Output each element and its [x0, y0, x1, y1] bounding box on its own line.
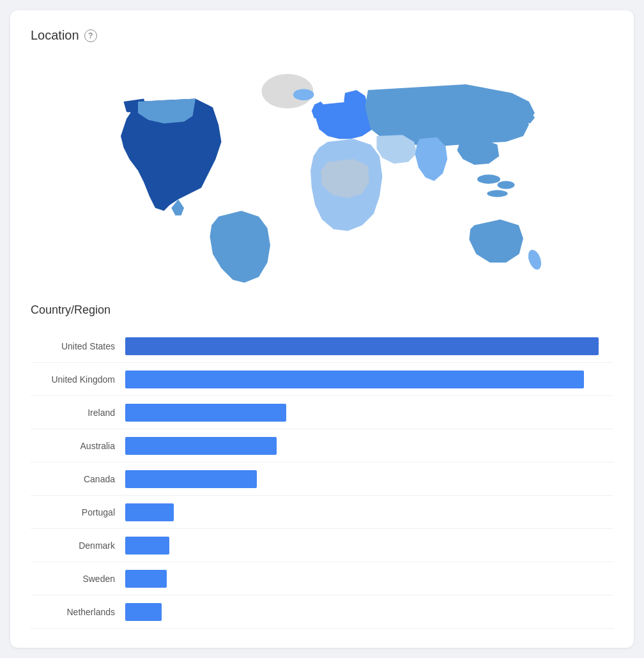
country-label: Denmark — [31, 540, 125, 551]
bar-canada — [125, 470, 257, 488]
table-row: United Kingdom — [31, 363, 613, 396]
country-label: Sweden — [31, 574, 125, 584]
bar-united-kingdom — [125, 371, 584, 388]
bar-australia — [125, 437, 277, 455]
svg-point-3 — [477, 174, 500, 183]
bar-area — [125, 330, 613, 362]
country-label: United States — [31, 341, 125, 351]
map-svg — [31, 56, 613, 286]
bar-sweden — [125, 570, 167, 588]
bar-area — [125, 429, 613, 462]
country-label: Canada — [31, 474, 125, 484]
table-row: Australia — [31, 429, 613, 463]
table-row: Canada — [31, 463, 613, 496]
table-row: Netherlands — [31, 595, 613, 629]
bar-chart: United States United Kingdom Ireland Aus… — [31, 330, 613, 629]
table-row: Denmark — [31, 529, 613, 562]
bar-area — [125, 562, 613, 595]
bar-area — [125, 463, 613, 495]
bar-area — [125, 595, 613, 628]
location-card: Location ? — [10, 10, 634, 648]
bar-portugal — [125, 503, 174, 521]
table-row: Sweden — [31, 562, 613, 595]
section-title-text: Location — [31, 28, 79, 43]
section-header: Location ? — [31, 28, 613, 43]
country-label: United Kingdom — [31, 374, 125, 385]
svg-point-5 — [487, 190, 507, 197]
bar-area — [125, 496, 613, 528]
bar-area — [125, 529, 613, 562]
bar-ireland — [125, 404, 286, 422]
svg-point-1 — [293, 89, 314, 100]
country-label: Australia — [31, 441, 125, 451]
table-row: United States — [31, 330, 613, 363]
country-label: Netherlands — [31, 607, 125, 617]
country-label: Ireland — [31, 408, 125, 418]
bar-united-states — [125, 337, 599, 355]
bar-area — [125, 363, 613, 395]
world-map — [31, 56, 613, 286]
chart-title: Country/Region — [31, 303, 613, 317]
bar-denmark — [125, 537, 169, 555]
table-row: Ireland — [31, 396, 613, 429]
table-row: Portugal — [31, 496, 613, 529]
svg-point-4 — [498, 181, 515, 189]
help-icon[interactable]: ? — [84, 29, 97, 42]
bar-netherlands — [125, 603, 162, 621]
country-label: Portugal — [31, 507, 125, 517]
bar-area — [125, 396, 613, 429]
svg-point-2 — [526, 248, 544, 272]
